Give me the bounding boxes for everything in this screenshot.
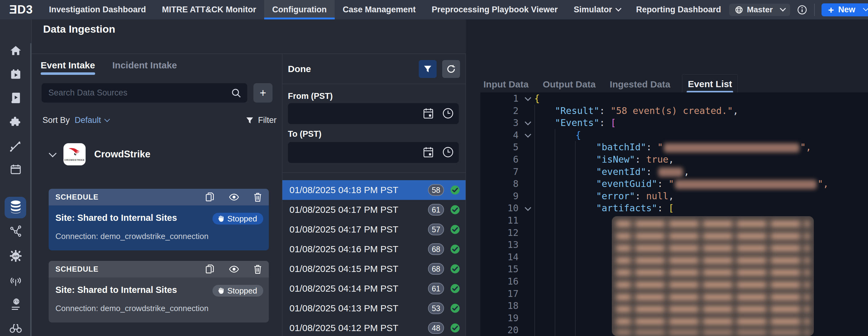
- sidebar-scrollbar[interactable]: [30, 43, 31, 336]
- chevron-down-icon: [780, 5, 786, 11]
- sidebar-item-investigate[interactable]: [0, 323, 31, 334]
- nav-item-case-management[interactable]: Case Management: [335, 0, 424, 20]
- nav-item-simulator[interactable]: Simulator: [566, 0, 628, 20]
- nav-item-label: Reporting Dashboard: [636, 5, 721, 14]
- line-number: 12: [480, 227, 520, 239]
- fold-chevron-icon[interactable]: [525, 131, 531, 138]
- add-data-source-button[interactable]: +: [253, 83, 273, 102]
- sort-dropdown[interactable]: Default: [75, 116, 109, 125]
- line-number: 19: [480, 312, 520, 324]
- master-site-selector[interactable]: Master: [729, 4, 790, 16]
- job-row[interactable]: 01/08/2025 04:13 PM PST53: [282, 299, 466, 318]
- job-row[interactable]: 01/08/2025 04:15 PM PST68: [282, 259, 466, 279]
- tab-event-intake[interactable]: Event Intake: [41, 60, 95, 75]
- code-token: "eventGuid": [596, 178, 657, 189]
- redacted-artifacts-block: [612, 216, 814, 336]
- job-row[interactable]: 01/08/2025 04:12 PM PST48: [282, 318, 466, 336]
- nav-items: Investigation DashboardMITRE ATT&CK Moni…: [41, 0, 729, 20]
- eye-icon[interactable]: [229, 193, 239, 201]
- clock-icon[interactable]: [442, 146, 454, 158]
- nav-item-mitre-att-ck-monitor[interactable]: MITRE ATT&CK Monitor: [154, 0, 264, 20]
- antenna-icon: [9, 274, 22, 287]
- line-number: 8: [480, 178, 520, 190]
- sidebar-item-broadcast[interactable]: [0, 274, 31, 287]
- code-token: :: [646, 166, 657, 177]
- from-datetime-input[interactable]: [288, 103, 459, 124]
- sidebar-item-scheduled-playbooks[interactable]: [0, 69, 31, 80]
- copy-icon[interactable]: [206, 264, 215, 274]
- schedule-card-selected[interactable]: SCHEDULE S: [49, 189, 269, 250]
- sidebar-item-utilities[interactable]: [0, 140, 31, 152]
- line-number: 14: [480, 251, 520, 263]
- sidebar-item-sites[interactable]: [0, 298, 31, 312]
- detail-panel: Input Data Output Data Ingested Data Eve…: [466, 20, 868, 336]
- tab-event-list[interactable]: Event List: [682, 74, 738, 95]
- line-number: 16: [480, 275, 520, 288]
- sidebar-item-data-ingestion[interactable]: [0, 200, 31, 214]
- clock-icon[interactable]: [442, 108, 454, 119]
- job-row[interactable]: 01/08/2025 04:18 PM PST58: [282, 180, 466, 200]
- code-token: "Result": [555, 105, 599, 116]
- fold-chevron-icon[interactable]: [525, 119, 531, 125]
- status-badge[interactable]: Stopped: [213, 213, 263, 224]
- to-label: To (PST): [288, 129, 321, 139]
- code-line: 4{: [480, 129, 868, 141]
- job-row[interactable]: 01/08/2025 04:14 PM PST61: [282, 279, 466, 299]
- calendar-icon[interactable]: [423, 146, 434, 158]
- sort-row: Sort By Default Filter: [42, 116, 277, 125]
- code-token: :: [635, 154, 646, 165]
- trash-icon[interactable]: [253, 264, 262, 274]
- collapse-chevron-icon[interactable]: [49, 149, 56, 157]
- sidebar-item-integrations[interactable]: [0, 116, 31, 128]
- indent-guide: [555, 129, 555, 336]
- sidebar-item-api-settings[interactable]: API: [0, 250, 31, 262]
- new-button[interactable]: + New: [822, 3, 868, 16]
- line-number: 6: [480, 153, 520, 166]
- event-count-badge: 58: [428, 184, 444, 196]
- nav-item-investigation-dashboard[interactable]: Investigation Dashboard: [41, 0, 154, 20]
- filter-button[interactable]: Filter: [246, 116, 277, 125]
- job-row[interactable]: 01/08/2025 04:17 PM PST61: [282, 200, 466, 220]
- job-timestamp: 01/08/2025 04:17 PM PST: [289, 224, 398, 235]
- job-row[interactable]: 01/08/2025 04:17 PM PST57: [282, 220, 466, 239]
- search-icon[interactable]: [230, 88, 242, 98]
- success-check-icon: [450, 303, 460, 313]
- copy-icon[interactable]: [206, 192, 215, 202]
- page-title: Data Ingestion: [43, 23, 115, 35]
- sidebar-item-calendar[interactable]: [0, 164, 31, 175]
- schedule-card-header: SCHEDULE: [49, 189, 269, 206]
- eye-icon[interactable]: [229, 265, 239, 273]
- code-token: "eventId": [596, 166, 646, 177]
- fold-chevron-icon[interactable]: [525, 204, 531, 211]
- line-number: 3: [480, 117, 520, 129]
- nav-item-preprocessing-playbook-viewer[interactable]: Preprocessing Playbook Viewer: [424, 0, 566, 20]
- code-token: ",: [817, 178, 829, 189]
- nav-item-configuration[interactable]: Configuration: [264, 0, 335, 20]
- nav-item-reporting-dashboard[interactable]: Reporting Dashboard: [628, 0, 729, 20]
- data-source-crowdstrike[interactable]: CROWDSTRIKE CrowdStrike: [50, 143, 151, 165]
- redacted-value: [675, 180, 816, 189]
- tab-incident-intake[interactable]: Incident Intake: [113, 60, 177, 75]
- fold-chevron-icon[interactable]: [525, 95, 531, 101]
- info-icon[interactable]: [797, 5, 807, 15]
- to-datetime-input[interactable]: [288, 142, 459, 163]
- success-check-icon: [450, 224, 460, 234]
- sidebar-item-playbooks[interactable]: [0, 92, 31, 103]
- job-row[interactable]: 01/08/2025 04:16 PM PST68: [282, 239, 466, 259]
- calendar-icon[interactable]: [423, 108, 434, 119]
- indent-guide: [575, 141, 576, 336]
- sidebar-item-connections[interactable]: [0, 225, 31, 237]
- d3-logo[interactable]: ƎD3: [0, 3, 41, 16]
- json-code-viewer[interactable]: 1{2"Result": "58 event(s) created.",3"Ev…: [480, 92, 868, 336]
- schedule-card[interactable]: SCHEDULE S: [49, 261, 269, 323]
- schedule-connection: Connection: demo_crowdstrike_connection: [55, 232, 262, 241]
- refresh-button[interactable]: [442, 60, 460, 78]
- sidebar-item-home[interactable]: [0, 45, 31, 56]
- search-input[interactable]: [41, 83, 247, 102]
- status-badge[interactable]: Stopped: [213, 285, 263, 297]
- trash-icon[interactable]: [253, 192, 262, 202]
- success-check-icon: [450, 244, 460, 254]
- event-count-badge: 53: [428, 302, 444, 314]
- jobs-filter-button[interactable]: [419, 60, 437, 78]
- stop-hand-icon: [217, 287, 224, 295]
